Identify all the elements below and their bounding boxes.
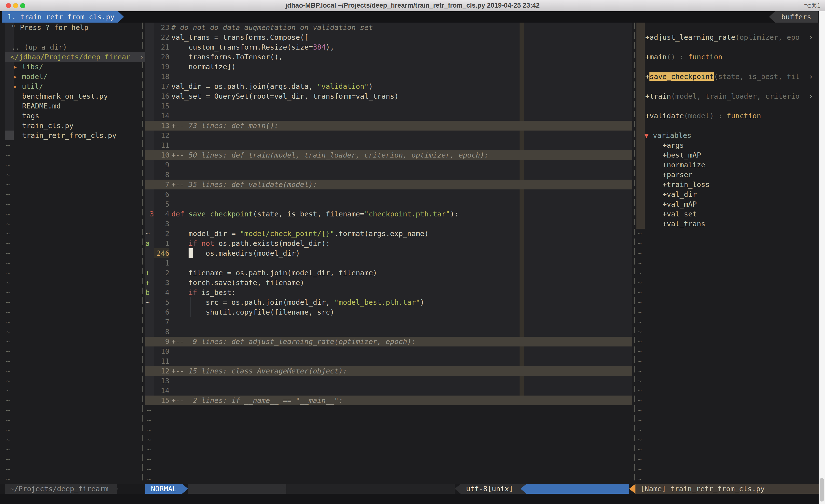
tree-item-tags[interactable]: tags [5, 111, 158, 121]
tagbar-item[interactable]: +val_trans [663, 219, 818, 229]
tree-item-train_retr_from_cls-py[interactable]: train_retr_from_cls.py [5, 131, 158, 140]
fold-line[interactable]: 13+-- 73 lines: def main(): [145, 121, 632, 131]
tagbar-item[interactable]: +train_loss [663, 180, 818, 189]
tagbar-item[interactable]: +val_dir [663, 189, 818, 199]
fold-line[interactable]: 7+-- 35 lines: def validate(model): [145, 180, 632, 189]
scrollbar-thumb[interactable] [820, 478, 824, 502]
code-line[interactable]: ~2 model_dir = "model/check_point/{}".fo… [145, 229, 632, 239]
scrollbar-track[interactable] [819, 11, 825, 504]
code-line[interactable]: 14 [145, 111, 632, 121]
code-line[interactable]: _34def save_checkpoint(state, is_best, f… [145, 209, 632, 219]
code-line[interactable]: 15 [145, 101, 632, 111]
tag-segment: () [667, 53, 675, 61]
tagbar-item[interactable]: +save_checkpoint(state, is_best, fil [645, 72, 818, 81]
window-separator-tagbar[interactable] [634, 22, 635, 484]
line-number: 20 [154, 52, 169, 62]
code-line[interactable]: ~5 src = os.path.join(model_dir, "model_… [145, 298, 632, 307]
tagbar-item[interactable]: +train(model, train_loader, criterio [645, 91, 818, 101]
tagbar-item[interactable]: +parser [663, 170, 818, 180]
tagbar-item[interactable]: +normalize [663, 160, 818, 170]
code-line[interactable]: 19 normalize]) [145, 62, 632, 72]
code-text: custom_transform.Resize(size=384), [171, 42, 334, 52]
code-line[interactable]: 16val_set = QuerySet(root=val_dir, trans… [145, 91, 632, 101]
code-line[interactable]: 17val_dir = os.path.join(args.data, "val… [145, 81, 632, 91]
color-column [520, 62, 524, 72]
tagbar-item[interactable]: +adjust_learning_rate(optimizer, epo [645, 32, 818, 42]
syntax-segment: "checkpoint.pth.tar" [364, 210, 450, 218]
tab-train-retr-from-cls[interactable]: 1. train_retr_from_cls.py [2, 11, 118, 22]
line-number: 10 [154, 346, 169, 356]
color-column [520, 278, 524, 287]
code-line[interactable]: 21 custom_transform.Resize(size=384), [145, 42, 632, 52]
code-line[interactable]: 5 [145, 199, 632, 209]
color-column [520, 111, 524, 121]
tagbar-item[interactable]: +val_mAP [663, 199, 818, 209]
code-line[interactable]: 246 os.makedirs(model_dir) [145, 248, 632, 258]
code-line[interactable]: 12 [145, 131, 632, 140]
tagbar-item[interactable]: +val_set [663, 209, 818, 219]
tagbar-item[interactable]: +validate(model) : function [645, 111, 818, 121]
tree-item-model[interactable]: ▸ model/ [5, 72, 149, 81]
tilde-marker: ~ [638, 464, 657, 474]
fold-line[interactable]: 10+-- 50 lines: def train(model, train_l… [145, 150, 632, 160]
tilde: ~ [6, 445, 10, 454]
code-line[interactable]: +3 torch.save(state, filename) [145, 278, 632, 287]
line-number: 9 [154, 337, 169, 346]
tagbar-fold-column [636, 22, 645, 229]
code-line[interactable]: 3 [145, 219, 632, 229]
tree-up-dir: .. (up a dir) [11, 43, 67, 51]
truncation-icon: › [809, 72, 813, 81]
code-line[interactable]: 8 [145, 170, 632, 180]
statusline-position: 86% ≡ 246/284ln : 5 [526, 484, 629, 494]
tag-segment: +parser [663, 171, 692, 179]
code-line[interactable]: 8 [145, 327, 632, 337]
color-column [520, 199, 524, 209]
code-line[interactable]: a1 if not os.path.exists(model_dir): [145, 239, 632, 248]
tilde-marker: ~ [145, 454, 633, 464]
code-line[interactable]: 9 [145, 160, 632, 170]
code-line[interactable]: 11 [145, 140, 632, 150]
code-line[interactable]: b4 if is_best: [145, 287, 632, 298]
color-column [520, 91, 524, 101]
code-line[interactable]: 14 [145, 386, 632, 396]
tree-item-benchmark_on_test-py[interactable]: benchmark_on_test.py [5, 91, 158, 101]
folder-collapsed-icon: ▸ [13, 63, 22, 71]
fold-line[interactable]: 9+-- 9 lines: def adjust_learning_rate(o… [145, 337, 632, 346]
code-line[interactable]: 6 [145, 189, 632, 199]
tilde: ~ [6, 259, 10, 267]
code-line[interactable]: 10 [145, 346, 632, 356]
tree-item-up-dir[interactable]: .. (up a dir) [5, 42, 147, 52]
color-column [520, 160, 524, 170]
code-line[interactable]: 6 shutil.copyfile(filename, src) [145, 307, 632, 317]
tagbar-item[interactable]: +args [663, 140, 818, 150]
tagbar-item[interactable]: +best_mAP [663, 150, 818, 160]
code-line[interactable]: 20 transforms.ToTensor(), [145, 52, 632, 62]
tilde: ~ [6, 239, 10, 248]
tagbar-kind-variables[interactable]: ▼ variables [644, 131, 818, 140]
code-line[interactable]: 18 [145, 72, 632, 81]
tilde: ~ [638, 396, 642, 405]
code-text: if is_best: [171, 287, 236, 298]
code-line[interactable]: 13 [145, 376, 632, 386]
tagbar-item[interactable]: +main() : function [645, 52, 818, 62]
buffers-label[interactable]: buffers [775, 11, 818, 22]
code-line[interactable]: 22val_trans = transforms.Compose([ [145, 32, 632, 42]
gutter-sign [145, 131, 154, 140]
fold-line[interactable]: 15+-- 2 lines: if __name__ == "__main__"… [145, 396, 632, 405]
code-line[interactable]: 11 [145, 356, 632, 366]
code-line[interactable]: 7 [145, 317, 632, 327]
fold-line[interactable]: 12+-- 15 lines: class AverageMeter(objec… [145, 366, 632, 376]
tree-item-util[interactable]: ▸ util/ [5, 81, 149, 91]
tilde: ~ [6, 475, 10, 483]
line-number: 2 [154, 268, 169, 278]
tree-item-libs[interactable]: ▸ libs/ [5, 62, 149, 72]
code-line[interactable]: 1 [145, 258, 632, 268]
tree-item-README-md[interactable]: README.md [5, 101, 158, 111]
color-column [520, 81, 524, 91]
tilde-marker: ~ [145, 425, 633, 435]
tilde-marker: ~ [145, 415, 633, 425]
code-line[interactable]: +2 filename = os.path.join(model_dir, fi… [145, 268, 632, 278]
tree-item-train_cls-py[interactable]: train_cls.py [5, 121, 158, 131]
code-line[interactable]: 23# do not do data augmentation on valid… [145, 22, 632, 32]
tree-root[interactable]: </jdhao/Projects/deep_firear› [5, 52, 146, 62]
